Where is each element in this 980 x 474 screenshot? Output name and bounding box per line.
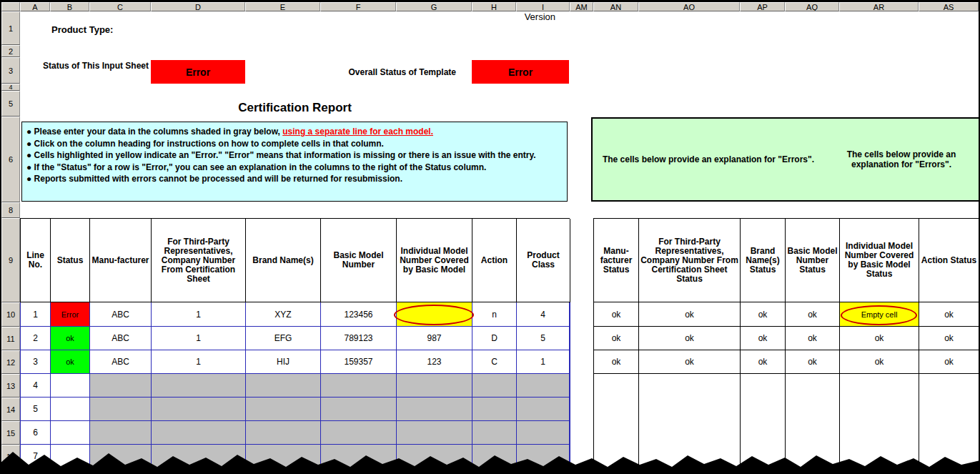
row-header[interactable]: 14 [1,398,20,421]
header-company-number[interactable]: For Third-Party Representatives, Company… [152,219,246,302]
column-header[interactable]: D [151,2,245,11]
cell-company-number[interactable]: 1 [152,350,246,374]
cell-individual-model[interactable] [397,421,472,445]
cell-action[interactable]: D [472,327,517,350]
cell-company-number[interactable] [152,374,246,398]
cell-company-number[interactable] [152,421,246,445]
column-header[interactable]: AP [740,2,785,11]
row-header[interactable]: 6 [1,117,20,202]
header-product-class[interactable]: Product Class [517,219,570,302]
cell-product-class[interactable] [517,374,570,398]
header-manufacturer-status[interactable]: Manu-facturer Status [594,219,639,302]
cell-line-no[interactable]: 2 [21,327,51,350]
input-sheet-status-cell[interactable]: Error [151,60,245,84]
cell-basic-model[interactable] [321,374,397,398]
cell-brand[interactable] [246,374,321,398]
cell-action[interactable] [472,398,517,421]
cell-action-status[interactable]: ok [919,327,979,350]
cell-basic-model[interactable]: 159357 [321,350,397,374]
row-header[interactable]: 3 [1,57,20,84]
column-header[interactable]: AO [638,2,740,11]
cell-company-number[interactable]: 1 [152,302,246,327]
select-all-corner[interactable] [1,2,20,11]
cell-status[interactable] [51,398,90,421]
cell-line-no[interactable]: 3 [21,350,51,374]
cell-product-class[interactable]: 5 [517,327,570,350]
column-header[interactable]: C [89,2,151,11]
cell-status[interactable]: Error [51,302,90,327]
column-header[interactable]: AM [570,2,593,11]
cell-individual-model-status[interactable]: ok [840,350,919,374]
cell-basic-model[interactable]: 789123 [321,327,397,350]
column-header[interactable]: AN [593,2,638,11]
row-header[interactable]: 2 [1,45,20,57]
cell-individual-model[interactable] [397,374,472,398]
cell-individual-model[interactable] [397,398,472,421]
cell-brand[interactable]: XYZ [246,302,321,327]
cell-brand[interactable] [246,421,321,445]
cell-product-class[interactable] [517,421,570,445]
cell-product-class[interactable]: 1 [517,350,570,374]
cell-individual-model-status[interactable]: Empty cell [840,302,919,327]
row-header[interactable]: 4 [1,84,20,91]
column-header[interactable]: I [516,2,570,11]
header-basic-model[interactable]: Basic Model Number [321,219,397,302]
cell-line-no[interactable]: 5 [21,398,51,421]
column-header[interactable]: E [245,2,320,11]
cell-basic-model[interactable] [321,421,397,445]
column-header[interactable]: H [472,2,516,11]
header-brand[interactable]: Brand Name(s) [246,219,321,302]
cell-company-number[interactable] [152,398,246,421]
header-manufacturer[interactable]: Manu-facturer [90,219,152,302]
cell-basic-model[interactable]: 123456 [321,302,397,327]
cell-individual-model-status[interactable]: ok [840,327,919,350]
cell-status[interactable]: ok [51,350,90,374]
cell-manufacturer[interactable] [90,398,152,421]
cell-brand[interactable]: EFG [246,327,321,350]
cell-brand[interactable] [246,398,321,421]
cell-action[interactable]: C [472,350,517,374]
cell-company-number[interactable]: 1 [152,327,246,350]
header-action-status[interactable]: Action Status [919,219,979,302]
cell-company-number-status[interactable]: ok [639,302,741,327]
cell-action[interactable] [472,374,517,398]
cell-product-class[interactable]: 4 [517,302,570,327]
cell-individual-model[interactable]: 123 [397,350,472,374]
header-status[interactable]: Status [51,219,90,302]
cell-action-status[interactable]: ok [919,302,979,327]
row-header[interactable]: 5 [1,91,20,117]
header-company-number-status[interactable]: For Third-Party Representatives, Company… [639,219,741,302]
cell-line-no[interactable]: 6 [21,421,51,445]
cell-basic-model-status[interactable]: ok [786,302,840,327]
cell-brand-status[interactable]: ok [741,302,786,327]
row-header[interactable]: 12 [1,350,20,374]
cell-individual-model[interactable] [397,302,472,327]
cell-manufacturer-status[interactable]: ok [594,302,639,327]
cell-company-number-status[interactable]: ok [639,350,741,374]
header-individual-model[interactable]: Individual Model Number Covered by Basic… [397,219,472,302]
cell-action[interactable] [472,421,517,445]
cell-basic-model[interactable] [321,398,397,421]
column-header[interactable]: AR [839,2,919,11]
header-individual-model-status[interactable]: Individual Model Number Covered by Basic… [840,219,919,302]
cell-line-no[interactable]: 1 [21,302,51,327]
header-brand-status[interactable]: Brand Name(s) Status [741,219,786,302]
cell-basic-model-status[interactable]: ok [786,327,840,350]
row-header[interactable]: 15 [1,421,20,445]
header-basic-model-status[interactable]: Basic Model Number Status [786,219,840,302]
column-header[interactable]: G [396,2,472,11]
row-header[interactable]: 8 [1,202,20,218]
column-header[interactable]: F [320,2,396,11]
cell-line-no[interactable]: 4 [21,374,51,398]
row-header[interactable]: 9 [1,218,20,302]
header-action[interactable]: Action [472,219,517,302]
column-header[interactable]: A [20,2,50,11]
cell-status[interactable]: ok [51,327,90,350]
cell-manufacturer-status[interactable]: ok [594,327,639,350]
cell-individual-model[interactable]: 987 [397,327,472,350]
cell-status[interactable] [51,374,90,398]
header-line-no[interactable]: Line No. [21,219,51,302]
cell-status[interactable] [51,421,90,445]
cell-brand[interactable]: HIJ [246,350,321,374]
column-header[interactable]: AS [919,2,979,11]
